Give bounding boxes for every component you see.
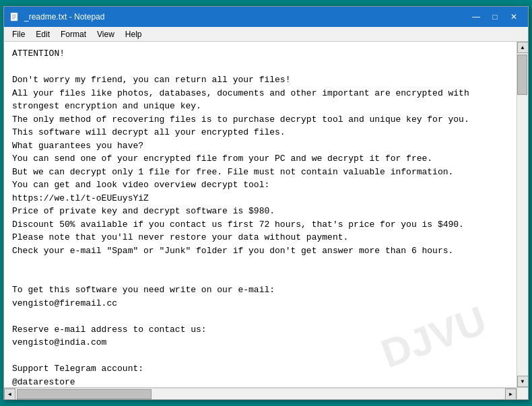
scroll-track-vertical[interactable] bbox=[517, 53, 528, 376]
scroll-down-button[interactable]: ▼ bbox=[517, 376, 529, 387]
svg-rect-0 bbox=[11, 13, 18, 21]
menu-edit[interactable]: Edit bbox=[30, 28, 55, 40]
menu-view[interactable]: View bbox=[92, 28, 120, 40]
maximize-button[interactable]: □ bbox=[486, 10, 504, 24]
menu-file[interactable]: File bbox=[7, 28, 30, 40]
menu-format[interactable]: Format bbox=[55, 28, 92, 40]
text-editor[interactable]: ATTENTION! Don't worry my friend, you ca… bbox=[4, 42, 517, 387]
menu-help[interactable]: Help bbox=[120, 28, 147, 40]
close-button[interactable]: ✕ bbox=[505, 10, 523, 24]
bottom-bar: ◄ ► bbox=[4, 387, 528, 399]
scroll-up-button[interactable]: ▲ bbox=[517, 42, 529, 53]
scroll-thumb-vertical[interactable] bbox=[517, 55, 527, 95]
minimize-button[interactable]: — bbox=[467, 10, 485, 24]
scroll-left-button[interactable]: ◄ bbox=[4, 388, 15, 400]
horizontal-scrollbar: ◄ ► bbox=[4, 388, 517, 399]
window-title: _readme.txt - Notepad bbox=[24, 12, 467, 22]
notepad-window: _readme.txt - Notepad — □ ✕ File Edit Fo… bbox=[3, 6, 529, 400]
title-bar: _readme.txt - Notepad — □ ✕ bbox=[4, 7, 528, 27]
app-icon bbox=[9, 11, 20, 22]
menu-bar: File Edit Format View Help bbox=[4, 27, 528, 42]
vertical-scrollbar: ▲ ▼ bbox=[517, 42, 528, 387]
scroll-thumb-horizontal[interactable] bbox=[17, 389, 152, 399]
scrollbar-corner bbox=[517, 388, 528, 399]
scroll-right-button[interactable]: ► bbox=[505, 388, 517, 400]
content-area: ATTENTION! Don't worry my friend, you ca… bbox=[4, 42, 528, 387]
window-controls: — □ ✕ bbox=[467, 10, 523, 24]
scroll-track-horizontal[interactable] bbox=[15, 388, 505, 399]
